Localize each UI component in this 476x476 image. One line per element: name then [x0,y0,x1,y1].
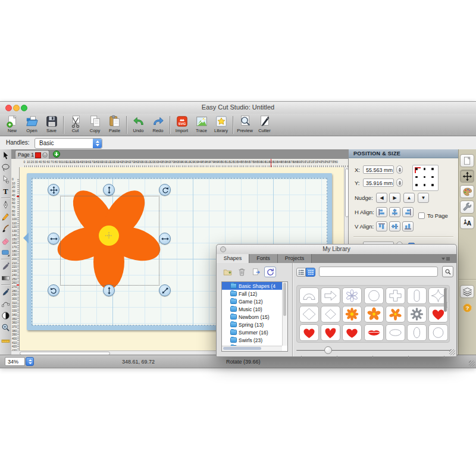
handle-rot-cw[interactable] [159,184,171,196]
mask-tool[interactable] [0,309,11,321]
align-bottom-button[interactable] [402,221,414,231]
panel-tab-page[interactable] [460,154,474,167]
anchor-dot[interactable] [424,176,426,178]
anchor-dot[interactable] [431,168,434,170]
to-page-checkbox[interactable] [418,212,425,219]
export-button[interactable] [250,267,262,277]
add-page-button[interactable] [53,151,60,158]
shape-diamond-2[interactable] [321,306,340,322]
handle-h[interactable] [48,233,60,245]
window-titlebar[interactable]: Easy Cut Studio: Untitled [0,102,476,114]
handle-rot-ccw[interactable] [48,284,60,296]
shape-arch[interactable] [299,287,319,304]
nudge-right-button[interactable]: ▶ [389,193,400,203]
picker-tool[interactable] [0,286,11,298]
folder-row[interactable]: Spring (13) [222,321,287,328]
library-tab-shapes[interactable]: Shapes [217,254,249,263]
folder-row[interactable]: Swirls (23) [222,336,287,344]
handle-move[interactable] [48,184,60,196]
shape-circle[interactable] [364,287,384,304]
y-stepper[interactable] [396,178,403,187]
zoom-stepper[interactable] [26,357,34,366]
open-button[interactable]: Open [22,115,42,135]
redo-button[interactable]: Redo [148,115,168,135]
shape-flower-5b[interactable] [386,306,405,322]
pen-tool[interactable] [0,199,11,211]
search-input[interactable] [319,267,438,277]
panel-tab-move[interactable] [460,170,474,183]
shape-flower-8[interactable] [342,306,362,322]
folder-row[interactable]: Music (10) [222,305,287,313]
library-button[interactable]: Library [211,115,231,135]
grid-view-button[interactable] [306,268,315,277]
anchor-dot[interactable] [431,184,434,186]
shape-diamond[interactable] [299,306,319,322]
shape-flower-5[interactable] [364,306,384,322]
shape-heart-3[interactable] [321,324,340,341]
zoom-level-input[interactable]: 34% [5,357,25,366]
paste-button[interactable]: Paste [105,115,124,135]
library-tab-projects[interactable]: Projects [278,254,312,263]
trace-button[interactable]: Trace [192,115,211,135]
slider-thumb[interactable] [324,346,332,354]
handle-v[interactable] [103,284,115,296]
anchor-dot[interactable] [415,184,418,186]
ruler-tool[interactable] [0,333,11,345]
shape-grid-scrollbar[interactable] [443,288,447,340]
undo-button[interactable]: Undo [129,115,148,135]
nudge-up-button[interactable]: ▲ [403,193,415,203]
shape-ellipse-h[interactable] [386,324,405,341]
collapse-arrow-icon[interactable] [23,233,29,243]
anchor-dot[interactable] [431,176,434,178]
add-folder-button[interactable] [221,267,233,277]
eyedropper-tool[interactable] [0,260,11,272]
text-tool[interactable]: T [0,185,11,197]
save-button[interactable]: Save [42,115,61,135]
import-button[interactable]: SVGImport [172,115,192,135]
page-tab[interactable]: Page 1 [15,150,49,159]
y-input[interactable]: 35.916 mm [363,178,394,187]
folder-row[interactable]: Game (12) [222,298,287,305]
handles-select[interactable]: Basic [35,138,102,149]
library-resize-grip[interactable] [449,349,455,355]
shape-heart-4[interactable] [342,324,362,341]
library-tab-fonts[interactable]: Fonts [249,254,278,263]
brush-tool[interactable] [0,223,11,234]
panel-tab-help[interactable]: ? [460,301,474,314]
handle-diag[interactable] [159,284,171,296]
refresh-button[interactable] [264,267,276,277]
cut-button[interactable]: Cut [65,115,85,135]
shape-asterisk[interactable] [342,287,362,304]
trash-button[interactable] [236,267,248,277]
panel-tab-layers[interactable] [460,285,474,298]
align-center-button[interactable] [389,207,400,217]
shape-gear[interactable] [407,306,427,322]
gradient-tool[interactable] [0,272,11,284]
handle-v[interactable] [103,184,115,196]
panel-tab-wrench[interactable] [460,201,474,214]
shape-heart-2[interactable] [299,324,319,341]
library-collapse-icon[interactable] [441,256,450,261]
anchor-point-selector[interactable] [412,165,439,191]
shape-lips[interactable] [364,324,384,341]
window-resize-grip[interactable] [469,361,475,367]
copy-button[interactable]: Copy [85,115,105,135]
list-view-button[interactable] [296,268,306,277]
anchor-dot[interactable] [424,184,426,186]
search-button[interactable] [442,266,453,277]
shape-tool[interactable] [0,246,11,258]
anchor-dot[interactable] [424,168,426,170]
eraser-tool[interactable] [0,234,11,246]
x-input[interactable]: 55.563 mm [363,165,394,174]
align-middle-button[interactable] [389,221,400,231]
handle-h[interactable] [159,233,171,245]
new-button[interactable]: New [2,115,22,135]
panel-tab-palette[interactable] [460,185,474,198]
select-tool[interactable] [0,149,11,161]
page-close-icon[interactable] [42,152,48,158]
folder-row[interactable]: Fall (12) [222,290,287,298]
lasso-tool[interactable] [0,161,11,173]
pencil-tool[interactable] [0,211,11,223]
shape-rounded-rect[interactable] [407,287,427,304]
folder-row[interactable]: Basic Shapes (4 [222,282,287,290]
